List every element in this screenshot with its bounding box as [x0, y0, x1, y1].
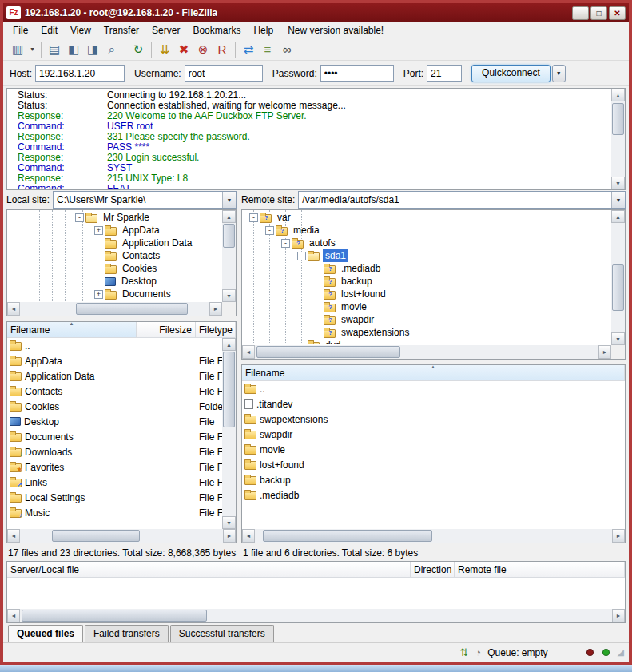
scrollbar-track[interactable] [222, 223, 236, 289]
scrollbar-thumb[interactable] [256, 346, 400, 358]
close-button[interactable]: ✕ [609, 6, 626, 20]
local-site-dropdown-icon[interactable]: ▼ [222, 192, 236, 208]
log-scrollbar[interactable]: ▲▼ [611, 89, 625, 189]
expander-plus-icon[interactable]: + [94, 226, 103, 235]
tree-item-media[interactable]: -?media [243, 224, 610, 237]
scroll-left-button[interactable]: ◄ [7, 529, 20, 543]
scroll-down-button[interactable]: ▼ [222, 516, 236, 529]
tree-item-contacts[interactable]: Contacts [8, 249, 221, 262]
file-row-music[interactable]: ♪MusicFile Folder [7, 505, 222, 520]
site-manager-dropdown-button[interactable]: ▼ [27, 40, 38, 59]
tab-successful-transfers[interactable]: Successful transfers [170, 625, 274, 642]
scrollbar-thumb[interactable] [22, 610, 207, 622]
scroll-left-button[interactable]: ◄ [242, 529, 255, 543]
scroll-down-button[interactable]: ▼ [611, 177, 625, 189]
expander-minus-icon[interactable]: - [75, 213, 84, 222]
scrollbar-track[interactable] [20, 609, 612, 622]
remote-site-combobox[interactable]: /var/media/autofs/sda1 ▼ [298, 191, 626, 209]
scroll-right-button[interactable]: ► [223, 529, 236, 543]
file-row-swapextensions[interactable]: swapextensions [242, 412, 625, 427]
menu-file[interactable]: File [6, 23, 34, 38]
remote-tree-vscrollbar[interactable]: ▲▼ [611, 210, 625, 345]
password-input[interactable] [320, 65, 394, 82]
scroll-right-button[interactable]: ► [598, 345, 611, 359]
file-row-titandev[interactable]: .titandev [242, 396, 625, 412]
scroll-up-button[interactable]: ▲ [611, 210, 625, 223]
tree-item-sda1[interactable]: -sda1 [243, 249, 610, 262]
scrollbar-track[interactable] [20, 302, 209, 316]
scrollbar-track[interactable] [611, 101, 625, 177]
tree-item-swapextensions[interactable]: ?swapextensions [243, 326, 610, 339]
quickconnect-button[interactable]: Quickconnect [471, 65, 551, 82]
column-header-remote-file[interactable]: Remote file [455, 562, 625, 577]
resize-grip[interactable]: ◢ [618, 647, 624, 658]
scrollbar-thumb[interactable] [52, 530, 140, 542]
maximize-button[interactable]: □ [590, 6, 607, 20]
column-header-filesize[interactable]: Filesize [137, 322, 196, 337]
tree-item-swapdir[interactable]: ?swapdir [243, 313, 610, 326]
menu-edit[interactable]: Edit [34, 23, 64, 38]
remote-tree-hscrollbar[interactable]: ◄► [242, 345, 611, 359]
file-row-backup[interactable]: backup [242, 472, 625, 487]
expander-minus-icon[interactable]: - [249, 213, 258, 222]
minimize-button[interactable]: – [572, 6, 589, 20]
reconnect-button[interactable]: R [213, 40, 232, 59]
scroll-left-button[interactable]: ◄ [7, 302, 20, 316]
tree-item-documents[interactable]: +Documents [8, 288, 221, 300]
site-manager-button[interactable]: ▥ [8, 40, 27, 59]
file-row-movie[interactable]: movie [242, 442, 625, 457]
tree-item-mediadb[interactable]: ?.mediadb [243, 262, 610, 275]
tree-item-var[interactable]: -?var [243, 211, 610, 224]
queue-hscrollbar[interactable]: ◄► [7, 609, 625, 622]
scroll-left-button[interactable]: ◄ [7, 609, 20, 622]
scroll-up-button[interactable]: ▲ [222, 210, 236, 223]
username-input[interactable] [185, 65, 263, 82]
remote-list-hscrollbar[interactable]: ◄► [242, 529, 625, 543]
file-row-downloads[interactable]: ↓DownloadsFile Folder [7, 444, 222, 459]
tree-item-lost-found[interactable]: ?lost+found [243, 288, 610, 300]
menu-bookmarks[interactable]: Bookmarks [186, 23, 247, 38]
local-tree-hscrollbar[interactable]: ◄► [7, 302, 222, 316]
column-header-filename[interactable]: Filename▲ [242, 365, 625, 380]
expander-minus-icon[interactable]: - [297, 252, 306, 260]
file-row-local-settings[interactable]: Local SettingsFile Folder [7, 490, 222, 505]
tree-item-autofs[interactable]: -?autofs [243, 237, 610, 249]
tab-failed-transfers[interactable]: Failed transfers [85, 625, 169, 642]
sync-transfer-icon[interactable]: ⇅ [459, 646, 468, 658]
synchronized-browsing-button[interactable]: ⇄ [239, 40, 258, 59]
scrollbar-thumb[interactable] [612, 103, 624, 135]
quickconnect-dropdown-button[interactable]: ▼ [552, 65, 566, 82]
file-row-application-data[interactable]: Application DataFile Folder [7, 368, 222, 384]
menu-view[interactable]: View [64, 23, 97, 38]
scrollbar-thumb[interactable] [612, 264, 624, 311]
scroll-right-button[interactable]: ► [612, 609, 625, 622]
process-queue-button[interactable]: ⇊ [155, 40, 174, 59]
scrollbar-thumb[interactable] [223, 352, 235, 427]
local-list-hscrollbar[interactable]: ◄► [7, 529, 236, 543]
file-row-favorites[interactable]: ★FavoritesFile Folder [7, 459, 222, 475]
menu-new-version-notice[interactable]: New version available! [281, 23, 390, 38]
file-row-mediadb[interactable]: .mediadb [242, 487, 625, 503]
menu-transfer[interactable]: Transfer [97, 23, 145, 38]
file-row-cookies[interactable]: CookiesFolder [7, 399, 222, 414]
file-row-contacts[interactable]: ContactsFile Folder [7, 384, 222, 399]
tree-item-desktop[interactable]: Desktop [8, 275, 221, 288]
expander-minus-icon[interactable]: - [265, 226, 274, 235]
tree-item-appdata[interactable]: +AppData [8, 224, 221, 237]
tab-queued-files[interactable]: Queued files [8, 625, 83, 642]
scroll-right-button[interactable]: ► [612, 529, 625, 543]
host-input[interactable] [35, 65, 125, 82]
toggle-remote-tree-button[interactable]: ◨ [83, 40, 102, 59]
tree-item-downloads[interactable]: +↓Downloads [8, 300, 221, 301]
scroll-left-button[interactable]: ◄ [242, 345, 255, 359]
expander-plus-icon[interactable]: + [94, 290, 103, 299]
scrollbar-track[interactable] [611, 223, 625, 332]
column-header-server-local-file[interactable]: Server/Local file [7, 562, 411, 577]
file-row-lost-found[interactable]: lost+found [242, 457, 625, 472]
file-row-item[interactable]: .. [242, 381, 625, 396]
local-list-vscrollbar[interactable]: ▲▼ [222, 338, 236, 529]
scroll-down-button[interactable]: ▼ [222, 289, 236, 302]
toggle-local-tree-button[interactable]: ◧ [64, 40, 83, 59]
speed-limits-icon[interactable]: ◔ [475, 646, 481, 658]
scrollbar-track[interactable] [255, 345, 598, 359]
